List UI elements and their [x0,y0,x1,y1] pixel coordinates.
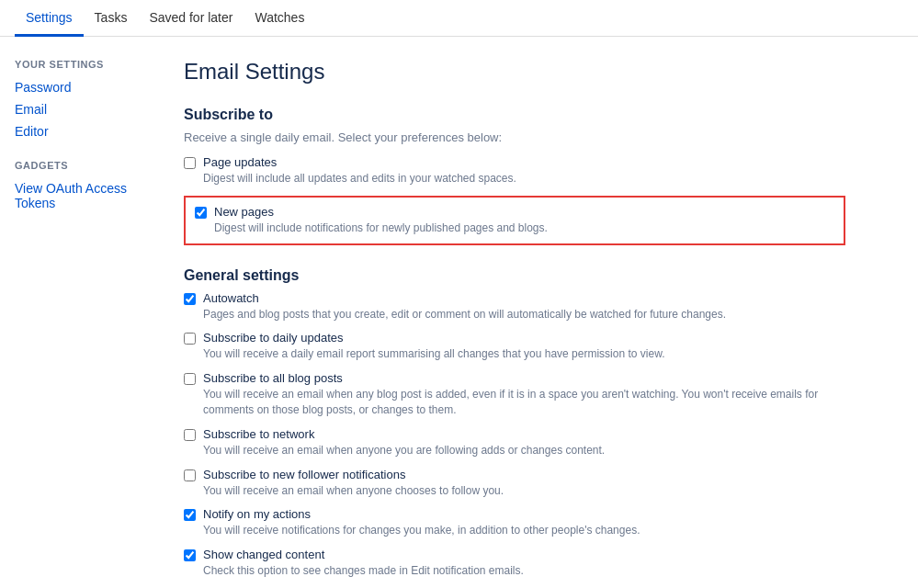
checkbox-label-notify-actions: Notify on my actions [203,507,311,521]
checkbox-label-subscribe-follower: Subscribe to new follower notifications [203,468,405,481]
checkbox-new-pages[interactable] [195,207,207,219]
checkbox-item-subscribe-blog: Subscribe to all blog posts You will rec… [184,371,845,418]
checkbox-label-new-pages: New pages [214,205,274,219]
checkbox-item-notify-actions: Notify on my actions You will receive no… [184,507,845,538]
page-title: Email Settings [184,59,845,85]
checkbox-item-subscribe-daily: Subscribe to daily updates You will rece… [184,331,845,362]
checkbox-desc-show-changed: Check this option to see changes made in… [203,563,845,579]
checkbox-desc-subscribe-network: You will receive an email when anyone yo… [203,443,845,458]
sidebar-link-email[interactable]: Email [15,99,132,119]
checkbox-label-subscribe-network: Subscribe to network [203,427,314,441]
sidebar-link-oauth[interactable]: View OAuth Access Tokens [15,178,132,213]
checkbox-item-autowatch: Autowatch Pages and blog posts that you … [184,291,845,322]
checkbox-subscribe-network[interactable] [184,429,196,441]
checkbox-page-updates[interactable] [184,157,196,169]
checkbox-label-subscribe-daily: Subscribe to daily updates [203,331,343,345]
subscribe-section-subtitle: Receive a single daily email. Select you… [184,130,845,144]
checkbox-show-changed[interactable] [184,549,196,561]
nav-item-watches[interactable]: Watches [244,0,315,37]
sidebar-link-editor[interactable]: Editor [15,121,132,141]
checkbox-item-new-pages: New pages Digest will include notificati… [184,196,845,245]
nav-item-settings[interactable]: Settings [15,0,84,37]
nav-item-tasks[interactable]: Tasks [84,0,139,37]
checkbox-desc-subscribe-follower: You will receive an email when anyone ch… [203,483,845,499]
your-settings-heading: YOUR SETTINGS [15,59,132,70]
checkbox-subscribe-follower[interactable] [184,469,196,481]
main-content: Email Settings Subscribe to Receive a si… [147,37,882,588]
checkbox-desc-new-pages: Digest will include notifications for ne… [214,220,834,236]
checkbox-item-page-updates: Page updates Digest will include all upd… [184,155,845,187]
checkbox-item-subscribe-follower: Subscribe to new follower notifications … [184,468,845,499]
checkbox-label-show-changed: Show changed content [203,548,324,561]
checkbox-label-autowatch: Autowatch [203,291,259,305]
checkbox-notify-actions[interactable] [184,509,196,521]
checkbox-label-page-updates: Page updates [203,155,277,169]
checkbox-label-subscribe-blog: Subscribe to all blog posts [203,371,343,385]
checkbox-autowatch[interactable] [184,293,196,305]
checkbox-subscribe-blog[interactable] [184,373,196,385]
checkbox-item-subscribe-network: Subscribe to network You will receive an… [184,427,845,458]
nav-item-saved-for-later[interactable]: Saved for later [138,0,244,37]
subscribe-section-title: Subscribe to [184,107,845,123]
checkbox-desc-page-updates: Digest will include all updates and edit… [203,171,845,187]
top-nav: SettingsTasksSaved for laterWatches [0,0,918,37]
gadgets-heading: GADGETS [15,160,132,171]
checkbox-subscribe-daily[interactable] [184,333,196,345]
checkbox-desc-subscribe-blog: You will receive an email when any blog … [203,387,845,418]
sidebar-link-password[interactable]: Password [15,77,132,97]
checkbox-item-show-changed: Show changed content Check this option t… [184,548,845,579]
sidebar: YOUR SETTINGS Password Email Editor GADG… [0,37,147,588]
subscribe-section: Subscribe to Receive a single daily emai… [184,107,845,245]
general-section: General settings Autowatch Pages and blo… [184,267,845,588]
checkbox-desc-notify-actions: You will receive notifications for chang… [203,523,845,538]
checkbox-desc-autowatch: Pages and blog posts that you create, ed… [203,307,845,322]
general-section-title: General settings [184,267,845,284]
checkbox-desc-subscribe-daily: You will receive a daily email report su… [203,346,845,362]
